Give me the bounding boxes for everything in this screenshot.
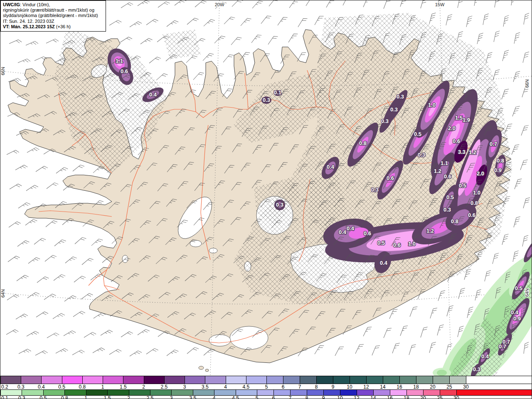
- colorbar-segment: [236, 390, 257, 395]
- colorbar-segment: [205, 376, 225, 384]
- precip-value-label: 0.4: [339, 229, 347, 235]
- precip-value-label: 0.3: [390, 106, 398, 113]
- colorbar-tick-label: 30: [453, 395, 459, 399]
- precip-value-label: 0.7: [490, 141, 497, 147]
- title-line-model: UWC/IG: Vindur (10m),: [3, 2, 103, 7]
- colorbar-tick-label: 0.3: [17, 384, 25, 390]
- colorbar-segment: [373, 390, 390, 395]
- colorbar-tick-label: 25: [437, 395, 442, 399]
- colorbar-segment: [257, 390, 273, 395]
- precip-value-label: 0.5: [377, 240, 385, 246]
- precip-value-label: 0.3: [473, 366, 480, 372]
- colorbar-segment: [307, 390, 323, 395]
- sleet-snow-colorbar-ticks: 0.20.30.40.50.811.522.533.544.5567891012…: [0, 384, 532, 389]
- colorbar-tick-label: 7: [289, 395, 292, 399]
- precip-value-label: 0.6: [468, 212, 475, 218]
- colorbar-segment: [466, 376, 532, 384]
- colorbar-tick-label: 0.3: [18, 395, 25, 399]
- colorbar-segment: [357, 390, 373, 395]
- precip-value-label: 1.0: [408, 241, 416, 247]
- colorbar-segment: [82, 376, 103, 384]
- colorbar-panel: 0.20.30.40.50.811.522.533.544.5567891012…: [0, 376, 532, 399]
- colorbar-tick-label: 3.5: [189, 395, 196, 399]
- colorbar-segment: [423, 390, 440, 395]
- latitude-label: 64N: [525, 288, 530, 297]
- colorbar-segment: [150, 390, 171, 395]
- colorbar-tick-label: 6: [282, 384, 285, 390]
- sleet-snow-colorbar: [0, 376, 532, 384]
- precip-value-label: 2.0: [448, 125, 456, 131]
- precip-value-label: 0.5: [459, 182, 466, 189]
- precip-value-label: 0.1: [274, 89, 281, 96]
- title-line-init-time: IT: Sun. 24. 12. 2023 03Z: [3, 19, 103, 24]
- colorbar-tick-label: 1.5: [120, 384, 127, 390]
- colorbar-tick-label: 10: [337, 395, 342, 399]
- colorbar-segment: [185, 376, 205, 384]
- title-line-sleet-legend: slydda/snjókoma (grátt/bleikt/grænt - mm…: [3, 13, 103, 18]
- forecast-title-box: UWC/IG: Vindur (10m), rigning/skúrir (gr…: [0, 0, 106, 32]
- precip-value-label: 0.4: [481, 353, 489, 360]
- colorbar-segment: [283, 376, 300, 384]
- weather-map-page: 1.10.60.40.30.10.30.30.30.30.80.40.50.30…: [0, 0, 532, 399]
- colorbar-tick-label: 14: [380, 384, 385, 390]
- colorbar-segment: [406, 390, 423, 395]
- colorbar-tick-label: 20: [430, 384, 435, 390]
- precip-value-label: 0.8: [470, 200, 478, 206]
- colorbar-tick-label: 0.5: [58, 384, 65, 390]
- colorbar-segment: [273, 390, 290, 395]
- rain-colorbar: [0, 389, 532, 396]
- colorbar-segment: [62, 376, 82, 384]
- colorbar-tick-label: 20: [420, 395, 426, 399]
- colorbar-segment: [226, 376, 246, 384]
- rain-colorbar-ticks: 0.10.30.50.811.522.533.544.5567891012141…: [0, 395, 532, 399]
- colorbar-tick-label: 9: [322, 395, 325, 399]
- colorbar-tick-label: 3.5: [202, 384, 209, 390]
- precip-value-label: 0.7: [499, 343, 506, 350]
- colorbar-segment: [193, 390, 214, 395]
- colorbar-segment: [266, 376, 283, 384]
- colorbar-segment: [164, 376, 185, 384]
- precip-value-label: 0.5: [515, 285, 522, 291]
- precip-value-label: 1.2: [469, 149, 476, 155]
- colorbar-segment: [316, 376, 333, 384]
- precip-value-label: 0.5: [446, 194, 454, 200]
- colorbar-segment: [456, 390, 532, 395]
- colorbar-tick-label: 1.5: [104, 395, 111, 399]
- colorbar-tick-label: 8: [315, 384, 318, 390]
- precip-value-label: 0.9: [494, 167, 502, 173]
- colorbar-segment: [383, 376, 399, 384]
- iceland-wind-precip-map: 1.10.60.40.30.10.30.30.30.30.80.40.50.30…: [0, 0, 532, 376]
- colorbar-tick-label: 6: [272, 395, 275, 399]
- colorbar-tick-label: 0.1: [1, 395, 8, 399]
- meridian-label: 20W: [215, 2, 224, 7]
- colorbar-tick-label: 16: [397, 384, 402, 390]
- colorbar-tick-label: 0.8: [61, 395, 68, 399]
- colorbar-tick-label: 0.8: [79, 384, 86, 390]
- colorbar-segment: [433, 376, 449, 384]
- precip-value-label: 0.9: [513, 315, 521, 322]
- colorbar-tick-label: 4.5: [232, 395, 239, 399]
- colorbar-tick-label: 2.5: [160, 384, 167, 390]
- colorbar-segment: [366, 376, 383, 384]
- colorbar-segment: [290, 390, 307, 395]
- precip-value-label: 0.4: [347, 225, 355, 232]
- colorbar-segment: [21, 376, 41, 384]
- colorbar-tick-label: 0.5: [39, 395, 47, 399]
- colorbar-tick-label: 5: [265, 384, 268, 390]
- rain-band-core: [437, 370, 447, 376]
- precip-value-label: 1.0: [428, 102, 436, 108]
- precip-value-label: 3.3: [458, 149, 466, 155]
- colorbar-tick-label: 3: [183, 384, 186, 390]
- precip-value-label: 0.5: [414, 131, 421, 137]
- colorbar-tick-label: 0.2: [1, 384, 8, 390]
- precip-value-label: 0.3: [276, 202, 283, 208]
- colorbar-segment: [390, 390, 406, 395]
- precip-value-label: 0.6: [364, 230, 371, 236]
- colorbar-segment: [0, 390, 22, 395]
- precip-value-label: 0.3: [371, 187, 379, 193]
- colorbar-segment: [171, 390, 192, 395]
- colorbar-segment: [449, 376, 466, 384]
- colorbar-tick-label: 4.5: [242, 384, 249, 390]
- precip-value-label: 0.8: [497, 158, 504, 164]
- colorbar-segment: [399, 376, 416, 384]
